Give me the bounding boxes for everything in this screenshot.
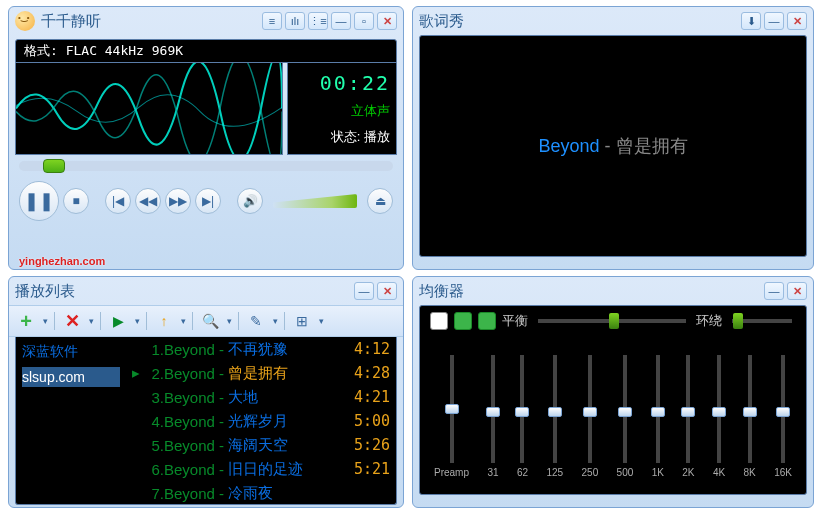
pause-button[interactable]: ❚❚ [19,181,59,221]
play-icon[interactable]: ▶ [107,310,129,332]
menu-icon[interactable]: ≡ [262,12,282,30]
eq-band: 4K [713,355,725,478]
track-artist: Beyond [164,437,215,454]
track-name: 旧日的足迹 [228,460,354,479]
minimize-icon[interactable]: — [764,282,784,300]
lyric-titlebar[interactable]: 歌词秀 ⬇ — ✕ [413,7,813,35]
eq-band: 1K [652,355,664,478]
eq-preset-b-button[interactable] [478,312,496,330]
prev-button[interactable]: |◀ [105,188,131,214]
eject-button[interactable]: ⏏ [367,188,393,214]
track-row[interactable]: 4.Beyond-光辉岁月5:00 [126,409,396,433]
eq-band-thumb[interactable] [651,407,665,417]
track-number: 2. [144,365,164,382]
minimize-icon[interactable]: — [331,12,351,30]
eq-band-slider[interactable] [588,355,592,463]
track-row[interactable]: 1.Beyond-不再犹豫4:12 [126,337,396,361]
app-logo-icon [15,11,35,31]
eq-band-thumb[interactable] [776,407,790,417]
track-row[interactable]: 6.Beyond-旧日的足迹5:21 [126,457,396,481]
eq-band-thumb[interactable] [515,407,529,417]
lyric-sep: - [600,136,616,156]
track-number: 7. [144,485,164,502]
eq-band-slider[interactable] [623,355,627,463]
eq-preset-a-button[interactable] [454,312,472,330]
eq-band-slider[interactable] [748,355,752,463]
track-row[interactable]: 5.Beyond-海阔天空5:26 [126,433,396,457]
eq-band-thumb[interactable] [486,407,500,417]
list-icon[interactable]: ⋮≡ [308,12,328,30]
lyric-display: Beyond - 曾是拥有 [419,35,807,257]
forward-button[interactable]: ▶▶ [165,188,191,214]
rewind-button[interactable]: ◀◀ [135,188,161,214]
playlist-title: 播放列表 [15,282,75,301]
next-button[interactable]: ▶| [195,188,221,214]
status-label: 状态: 播放 [331,128,390,146]
player-title: 千千静听 [41,12,101,31]
close-icon[interactable]: ✕ [787,282,807,300]
minimize-icon[interactable]: — [354,282,374,300]
sidebar-item[interactable]: 深蓝软件 [22,341,120,363]
eq-band-thumb[interactable] [548,407,562,417]
restore-icon[interactable]: ▫ [354,12,374,30]
eq-band-label: 2K [682,467,694,478]
surround-label: 环绕 [696,312,722,330]
download-icon[interactable]: ⬇ [741,12,761,30]
playlist-titlebar[interactable]: 播放列表 — ✕ [9,277,403,305]
eq-band-thumb[interactable] [743,407,757,417]
seek-thumb[interactable] [43,159,65,173]
search-icon[interactable]: 🔍 [199,310,221,332]
mute-button[interactable]: 🔊 [237,188,263,214]
balance-slider[interactable] [538,319,686,323]
surround-thumb[interactable] [733,313,743,329]
eq-band-label: 16K [774,467,792,478]
minimize-icon[interactable]: — [764,12,784,30]
balance-thumb[interactable] [609,313,619,329]
surround-slider[interactable] [732,319,792,323]
track-artist: Beyond [164,461,215,478]
eq-title: 均衡器 [419,282,464,301]
stop-button[interactable]: ■ [63,188,89,214]
eq-band-slider[interactable] [450,355,454,463]
eq-band-slider[interactable] [491,355,495,463]
edit-icon[interactable]: ✎ [245,310,267,332]
track-name: 曾是拥有 [228,364,354,383]
eq-band-slider[interactable] [553,355,557,463]
playlist-sidebar: 深蓝软件 slsup.com [16,337,126,504]
eq-band-thumb[interactable] [583,407,597,417]
remove-icon[interactable]: ✕ [61,310,83,332]
track-number: 1. [144,341,164,358]
track-row[interactable]: 7.Beyond-冷雨夜 [126,481,396,504]
track-row[interactable]: ▸2.Beyond-曾是拥有4:28 [126,361,396,385]
eq-titlebar[interactable]: 均衡器 — ✕ [413,277,813,305]
add-icon[interactable]: + [15,310,37,332]
track-duration: 4:21 [354,388,390,406]
sidebar-item[interactable]: slsup.com [22,367,120,387]
eq-band-slider[interactable] [717,355,721,463]
eq-band-thumb[interactable] [618,407,632,417]
mode-icon[interactable]: ⊞ [291,310,313,332]
watermark: yinghezhan.com [19,255,105,267]
up-icon[interactable]: ↑ [153,310,175,332]
visualizer-icon[interactable]: ılı [285,12,305,30]
track-row[interactable]: 3.Beyond-大地4:21 [126,385,396,409]
eq-band-thumb[interactable] [712,407,726,417]
close-icon[interactable]: ✕ [377,12,397,30]
eq-band-thumb[interactable] [445,404,459,414]
eq-band-thumb[interactable] [681,407,695,417]
close-icon[interactable]: ✕ [787,12,807,30]
close-icon[interactable]: ✕ [377,282,397,300]
track-name: 冷雨夜 [228,484,390,503]
player-panel: 千千静听 ≡ ılı ⋮≡ — ▫ ✕ 格式: FLAC 44kHz 969K … [8,6,404,270]
eq-band-slider[interactable] [686,355,690,463]
seek-slider[interactable] [19,161,393,171]
eq-band-label: 1K [652,467,664,478]
eq-band-slider[interactable] [656,355,660,463]
track-duration: 4:28 [354,364,390,382]
eq-band-slider[interactable] [520,355,524,463]
player-titlebar[interactable]: 千千静听 ≡ ılı ⋮≡ — ▫ ✕ [9,7,403,35]
eq-band-slider[interactable] [781,355,785,463]
eq-band-label: 125 [546,467,563,478]
eq-enable-toggle[interactable] [430,312,448,330]
volume-slider[interactable] [273,194,357,208]
